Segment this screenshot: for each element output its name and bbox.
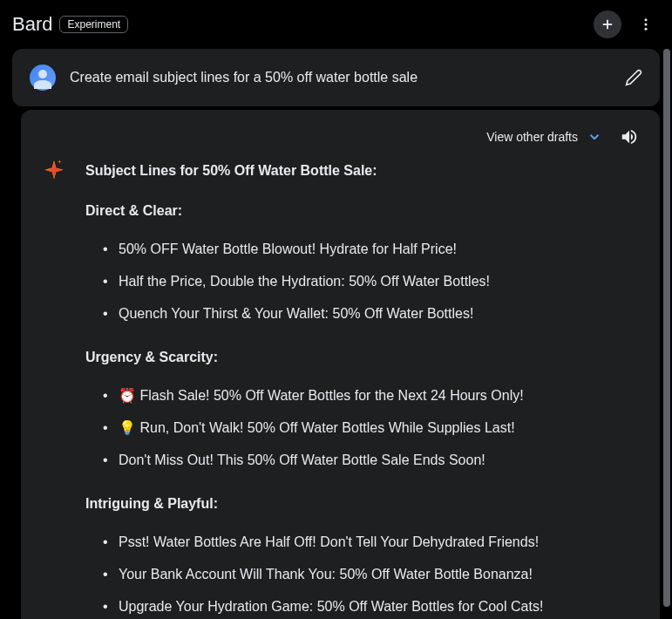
response-toolbar: View other drafts (42, 127, 639, 146)
response-title: Subject Lines for 50% Off Water Bottle S… (85, 160, 639, 181)
conversation-area: Create email subject lines for a 50% off… (0, 49, 672, 619)
speaker-icon (620, 127, 639, 146)
list-item: Upgrade Your Hydration Game: 50% Off Wat… (103, 596, 639, 617)
read-aloud-button[interactable] (620, 127, 639, 146)
list-item: Psst! Water Bottles Are Half Off! Don't … (103, 532, 639, 553)
more-vertical-icon (638, 17, 654, 32)
user-avatar (30, 65, 56, 91)
svg-point-2 (645, 18, 648, 21)
more-options-button[interactable] (632, 10, 660, 38)
edit-prompt-button[interactable] (625, 69, 642, 86)
bard-sparkle-icon (42, 159, 66, 619)
svg-point-4 (645, 28, 648, 31)
subject-list: ⏰ Flash Sale! 50% Off Water Bottles for … (85, 385, 639, 471)
header-left: Bard Experiment (12, 13, 128, 36)
list-item: ⏰ Flash Sale! 50% Off Water Bottles for … (103, 385, 639, 406)
experiment-badge: Experiment (59, 16, 128, 33)
list-item: Half the Price, Double the Hydration: 50… (103, 271, 639, 292)
assistant-response: View other drafts (21, 110, 660, 619)
response-body: Subject Lines for 50% Off Water Bottle S… (42, 160, 639, 619)
new-chat-button[interactable] (594, 10, 621, 38)
user-prompt-text: Create email subject lines for a 50% off… (70, 70, 611, 85)
list-item: 50% OFF Water Bottle Blowout! Hydrate fo… (103, 239, 639, 260)
svg-point-3 (645, 24, 648, 26)
header-right (594, 10, 660, 38)
subject-list: Psst! Water Bottles Are Half Off! Don't … (85, 532, 639, 617)
list-item: Your Bank Account Will Thank You: 50% Of… (103, 564, 639, 585)
view-drafts-label: View other drafts (486, 130, 578, 144)
list-item: Don't Miss Out! This 50% Off Water Bottl… (103, 450, 639, 471)
app-logo: Bard (12, 13, 52, 36)
plus-icon (600, 17, 615, 32)
user-message: Create email subject lines for a 50% off… (12, 49, 660, 106)
subject-list: 50% OFF Water Bottle Blowout! Hydrate fo… (85, 239, 639, 324)
section-heading: Direct & Clear: (85, 201, 639, 221)
section-heading: Intriguing & Playful: (85, 493, 639, 514)
pencil-icon (625, 69, 642, 86)
view-drafts-button[interactable]: View other drafts (486, 129, 602, 145)
chevron-down-icon (587, 129, 602, 145)
section-heading: Urgency & Scarcity: (85, 347, 639, 368)
list-item: Quench Your Thirst & Your Wallet: 50% Of… (103, 303, 639, 324)
vertical-scrollbar[interactable] (663, 49, 670, 607)
response-content: Subject Lines for 50% Off Water Bottle S… (85, 160, 639, 619)
app-header: Bard Experiment (0, 0, 672, 49)
list-item: 💡 Run, Don't Walk! 50% Off Water Bottles… (103, 418, 639, 439)
